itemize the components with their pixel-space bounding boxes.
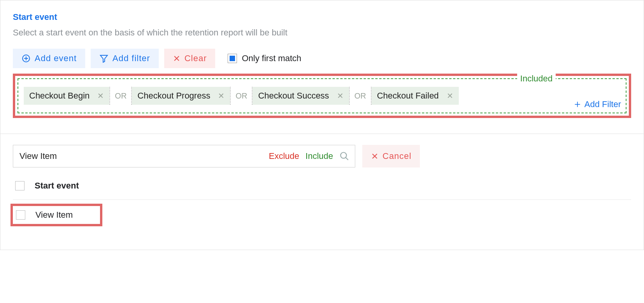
checkbox-filled-icon: [228, 54, 237, 63]
search-box: Exclude Include: [13, 145, 355, 167]
results-group-header[interactable]: Start event: [13, 181, 631, 200]
chip-label: Checkout Begin: [29, 91, 89, 101]
result-item-label[interactable]: View Item: [35, 210, 73, 220]
included-legend: Included: [517, 74, 556, 84]
funnel-icon: [99, 54, 109, 63]
search-row: Exclude Include Cancel: [13, 145, 631, 167]
chip-label: Checkout Failed: [377, 91, 439, 101]
chips-row: Checkout Begin ✕ OR Checkout Progress ✕ …: [24, 87, 459, 105]
section-subtitle: Select a start event on the basis of whi…: [13, 28, 631, 38]
result-highlight: View Item: [11, 204, 102, 226]
or-separator: OR: [230, 87, 253, 105]
section-title: Start event: [13, 12, 631, 22]
include-action[interactable]: Include: [305, 151, 333, 161]
cancel-button[interactable]: Cancel: [362, 145, 420, 167]
close-icon: [371, 152, 379, 160]
only-first-label: Only first match: [242, 53, 301, 63]
svg-line-9: [346, 157, 348, 160]
add-filter-label: Add filter: [112, 53, 150, 63]
add-event-label: Add event: [35, 53, 77, 63]
top-section: Start event Select a start event on the …: [0, 0, 644, 134]
only-first-match-checkbox[interactable]: Only first match: [228, 53, 301, 63]
remove-chip-icon[interactable]: ✕: [218, 91, 225, 100]
remove-chip-icon[interactable]: ✕: [337, 91, 344, 100]
start-event-panel: Start event Select a start event on the …: [0, 0, 644, 250]
event-chip[interactable]: Checkout Progress ✕: [132, 87, 230, 105]
event-chip[interactable]: Checkout Begin ✕: [24, 87, 109, 105]
included-events-box: Included Checkout Begin ✕ OR Checkout Pr…: [18, 78, 626, 113]
svg-marker-3: [100, 55, 107, 62]
search-icon[interactable]: [339, 151, 349, 161]
or-separator: OR: [109, 87, 132, 105]
clear-label: Clear: [184, 53, 207, 63]
or-separator: OR: [349, 87, 372, 105]
close-icon: [173, 55, 181, 62]
add-filter-link[interactable]: Add Filter: [574, 99, 621, 109]
plus-circle-icon: [21, 54, 31, 63]
remove-chip-icon[interactable]: ✕: [447, 91, 453, 100]
chip-label: Checkout Progress: [137, 91, 210, 101]
search-input[interactable]: [19, 151, 269, 162]
add-event-button[interactable]: Add event: [13, 49, 85, 68]
group-label: Start event: [35, 181, 79, 191]
add-filter-link-label: Add Filter: [584, 99, 621, 109]
chip-label: Checkout Success: [258, 91, 329, 101]
exclude-action[interactable]: Exclude: [269, 151, 299, 161]
clear-button[interactable]: Clear: [164, 49, 216, 68]
cancel-label: Cancel: [383, 151, 411, 161]
remove-chip-icon[interactable]: ✕: [97, 91, 104, 100]
toolbar: Add event Add filter Clear Only first ma…: [13, 49, 631, 68]
event-chip[interactable]: Checkout Failed ✕: [372, 87, 459, 105]
plus-icon: [574, 100, 581, 108]
event-chip[interactable]: Checkout Success ✕: [253, 87, 349, 105]
add-filter-button[interactable]: Add filter: [91, 49, 159, 68]
bottom-section: Exclude Include Cancel Start event View …: [0, 134, 644, 250]
checkbox-empty-icon[interactable]: [15, 181, 25, 190]
svg-point-8: [340, 152, 346, 158]
checkbox-empty-icon[interactable]: [16, 210, 25, 220]
included-highlight: Included Checkout Begin ✕ OR Checkout Pr…: [13, 74, 631, 118]
